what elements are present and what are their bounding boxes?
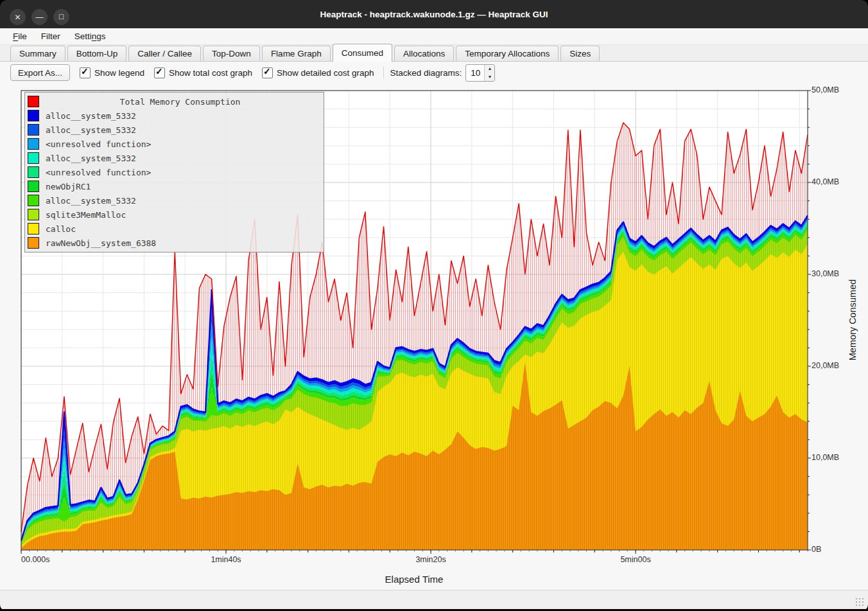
close-button[interactable]: ✕ <box>10 9 26 25</box>
checkbox-show-total-cost-graph[interactable]: ✓Show total cost graph <box>154 67 252 78</box>
tab-flame-graph[interactable]: Flame Graph <box>262 46 331 61</box>
y-axis-tick-label: 0B <box>812 545 821 554</box>
menu-filter[interactable]: Filter <box>41 31 60 41</box>
stacked-diagrams-value[interactable]: 10 <box>466 65 484 81</box>
tab-temporary-allocations[interactable]: Temporary Allocations <box>456 46 559 61</box>
legend-label: alloc__system_5332 <box>46 154 136 163</box>
legend-swatch-icon <box>28 152 39 164</box>
legend-swatch-icon <box>28 181 39 192</box>
legend-row: rawNewObj__system_6388 <box>28 236 321 250</box>
legend-label: alloc__system_5332 <box>46 125 136 135</box>
legend-label: alloc__system_5332 <box>46 196 136 206</box>
checkbox-icon[interactable]: ✓ <box>262 67 273 78</box>
legend-label: <unresolved function> <box>46 168 151 177</box>
x-axis-tick-label: 1min40s <box>211 555 241 564</box>
menu-bar: FileFilterSettings <box>0 28 868 45</box>
legend-swatch-icon <box>28 237 39 249</box>
checkbox-show-legend[interactable]: ✓Show legend <box>80 67 144 78</box>
legend-label: sqlite3MemMalloc <box>46 210 126 220</box>
x-axis-tick-label: 00.000s <box>21 555 49 564</box>
legend-row: alloc__system_5332 <box>28 109 321 123</box>
legend-swatch-icon <box>28 195 39 206</box>
legend-row: alloc__system_5332 <box>28 123 321 137</box>
legend-row: newObjRC1 <box>28 179 321 193</box>
legend-row: <unresolved function> <box>28 137 321 151</box>
legend-label: <unresolved function> <box>46 139 151 149</box>
consumed-chart-area: Total Memory Consumptionalloc__system_53… <box>0 84 868 590</box>
window-title: Heaptrack - heaptrack.wakunode.1.gz — He… <box>0 0 868 28</box>
title-bar[interactable]: Heaptrack - heaptrack.wakunode.1.gz — He… <box>0 0 868 28</box>
legend-row: calloc <box>28 222 321 236</box>
y-axis-title: Memory Consumed <box>847 279 858 361</box>
checkbox-icon[interactable]: ✓ <box>154 67 165 78</box>
x-axis-tick-label: 3min20s <box>415 555 446 564</box>
stacked-diagrams-label: Stacked diagrams: <box>390 68 462 78</box>
x-axis-tick-label: 5min00s <box>620 555 650 564</box>
y-axis-tick-label: 20,0MB <box>812 361 839 370</box>
checkbox-label: Show total cost graph <box>169 68 252 78</box>
legend-label: newObjRC1 <box>46 182 91 191</box>
y-axis-tick-label: 10,0MB <box>812 453 839 462</box>
y-axis-tick-label: 40,0MB <box>812 177 839 186</box>
checkbox-icon[interactable]: ✓ <box>80 67 91 78</box>
y-axis-tick-label: 30,0MB <box>812 269 839 278</box>
tab-bottom-up[interactable]: Bottom-Up <box>67 46 127 61</box>
x-axis-title: Elapsed Time <box>385 574 444 585</box>
legend-swatch-icon <box>28 223 39 235</box>
legend-row: Total Memory Consumption <box>28 94 321 109</box>
legend-row: alloc__system_5332 <box>28 151 321 165</box>
toolbar-separator <box>383 66 384 79</box>
spin-down-icon[interactable]: ▼ <box>485 73 494 81</box>
tab-consumed[interactable]: Consumed <box>333 44 392 62</box>
export-as-button[interactable]: Export As... <box>10 64 70 81</box>
checkbox-label: Show legend <box>94 68 144 78</box>
legend-swatch-icon <box>28 138 39 150</box>
resize-grip-icon[interactable] <box>855 598 864 607</box>
close-icon: ✕ <box>14 13 21 21</box>
checkbox-label: Show detailed cost graph <box>277 68 374 78</box>
spin-up-icon[interactable]: ▲ <box>485 65 494 73</box>
tab-allocations[interactable]: Allocations <box>394 46 454 61</box>
legend-swatch-icon <box>28 209 39 220</box>
heaptrack-window: Heaptrack - heaptrack.wakunode.1.gz — He… <box>0 0 868 611</box>
tab-summary[interactable]: Summary <box>10 46 65 61</box>
maximize-button[interactable]: ☐ <box>53 9 69 25</box>
legend-title: Total Memory Consumption <box>39 97 321 107</box>
legend-row: sqlite3MemMalloc <box>28 208 321 222</box>
tab-top-down[interactable]: Top-Down <box>203 46 260 61</box>
toolbar: Export As... ✓Show legend✓Show total cos… <box>0 62 868 84</box>
legend-row: <unresolved function> <box>28 165 321 179</box>
legend-swatch-icon <box>28 96 39 107</box>
maximize-icon: ☐ <box>58 14 64 21</box>
minimize-button[interactable]: — <box>31 9 48 25</box>
legend-swatch-icon <box>28 124 39 136</box>
stacked-diagrams-spinbox[interactable]: 10 ▲ ▼ <box>465 64 495 82</box>
legend-label: alloc__system_5332 <box>46 111 136 121</box>
y-axis-tick-label: 50,0MB <box>812 85 839 94</box>
legend-label: rawNewObj__system_6388 <box>46 238 156 248</box>
minimize-icon: — <box>36 13 44 21</box>
menu-file[interactable]: File <box>13 31 27 41</box>
legend-swatch-icon <box>28 166 39 178</box>
legend-swatch-icon <box>28 110 39 121</box>
status-bar <box>0 590 868 609</box>
chart-legend: Total Memory Consumptionalloc__system_53… <box>24 92 324 252</box>
tab-sizes[interactable]: Sizes <box>560 46 600 61</box>
checkbox-show-detailed-cost-graph[interactable]: ✓Show detailed cost graph <box>262 67 374 78</box>
tab-bar: SummaryBottom-UpCaller / CalleeTop-DownF… <box>0 45 868 62</box>
legend-label: calloc <box>46 224 76 234</box>
legend-row: alloc__system_5332 <box>28 193 321 208</box>
tab-caller-callee[interactable]: Caller / Callee <box>128 46 201 61</box>
menu-settings[interactable]: Settings <box>74 31 106 41</box>
